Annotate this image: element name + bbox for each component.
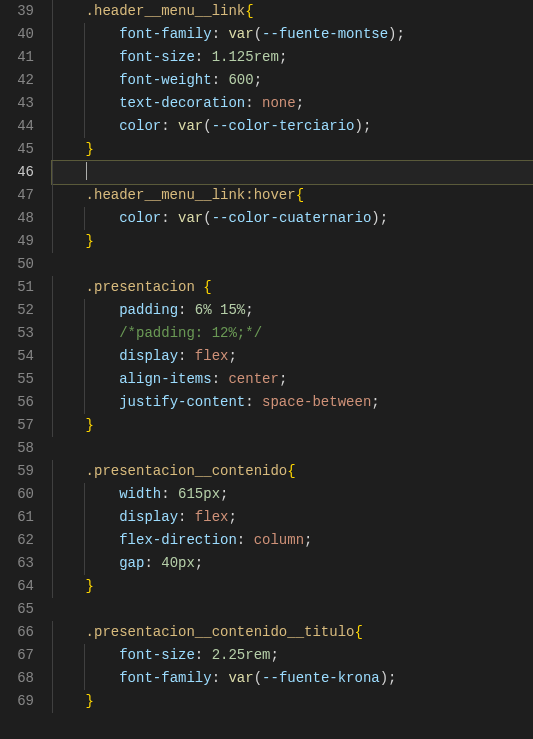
token-punc xyxy=(212,302,220,318)
token-prop: display xyxy=(119,348,178,364)
indent-whitespace xyxy=(52,693,86,709)
line-number: 43 xyxy=(10,92,34,115)
indent-guide xyxy=(84,115,85,138)
line-number: 51 xyxy=(10,276,34,299)
code-line[interactable]: .presentacion__contenido{ xyxy=(52,460,533,483)
indent-guide xyxy=(52,575,53,598)
token-punc: ; xyxy=(397,26,405,42)
code-line[interactable]: font-size: 1.125rem; xyxy=(52,46,533,69)
token-punc: : xyxy=(212,371,229,387)
code-line[interactable] xyxy=(52,437,533,460)
code-line[interactable]: } xyxy=(52,414,533,437)
token-punc: ; xyxy=(279,371,287,387)
token-prop: gap xyxy=(119,555,144,571)
indent-guide xyxy=(52,161,53,184)
indent-guide xyxy=(52,23,53,46)
code-line[interactable]: display: flex; xyxy=(52,506,533,529)
indent-guide xyxy=(84,69,85,92)
line-number: 58 xyxy=(10,437,34,460)
line-number: 52 xyxy=(10,299,34,322)
line-number: 41 xyxy=(10,46,34,69)
line-number: 66 xyxy=(10,621,34,644)
line-number: 60 xyxy=(10,483,34,506)
line-number: 40 xyxy=(10,23,34,46)
token-kw: column xyxy=(254,532,304,548)
code-line[interactable]: width: 615px; xyxy=(52,483,533,506)
code-line[interactable] xyxy=(52,253,533,276)
code-line[interactable]: flex-direction: column; xyxy=(52,529,533,552)
code-line[interactable]: } xyxy=(52,138,533,161)
token-punc: : xyxy=(212,670,229,686)
token-brace: } xyxy=(86,417,94,433)
indent-guide xyxy=(52,345,53,368)
code-line[interactable]: font-weight: 600; xyxy=(52,69,533,92)
code-line[interactable]: color: var(--color-terciario); xyxy=(52,115,533,138)
token-brace: } xyxy=(86,233,94,249)
code-line[interactable]: align-items: center; xyxy=(52,368,533,391)
indent-guide xyxy=(52,184,53,207)
line-number: 56 xyxy=(10,391,34,414)
token-brace: { xyxy=(296,187,304,203)
code-editor[interactable]: 3940414243444546474849505152535455565758… xyxy=(0,0,533,739)
line-number: 63 xyxy=(10,552,34,575)
line-number: 64 xyxy=(10,575,34,598)
code-line[interactable]: gap: 40px; xyxy=(52,552,533,575)
token-punc: : xyxy=(178,348,195,364)
code-line[interactable]: font-family: var(--fuente-montse); xyxy=(52,23,533,46)
indent-guide xyxy=(52,276,53,299)
indent-whitespace xyxy=(52,3,86,19)
code-line[interactable]: .header__menu__link{ xyxy=(52,0,533,23)
token-prop: display xyxy=(119,509,178,525)
indent-guide xyxy=(52,667,53,690)
code-line[interactable]: .presentacion__contenido__titulo{ xyxy=(52,621,533,644)
code-line[interactable]: } xyxy=(52,575,533,598)
code-line[interactable]: } xyxy=(52,230,533,253)
indent-guide xyxy=(84,483,85,506)
code-line[interactable]: text-decoration: none; xyxy=(52,92,533,115)
indent-whitespace xyxy=(52,72,119,88)
line-number: 65 xyxy=(10,598,34,621)
line-number: 49 xyxy=(10,230,34,253)
code-line[interactable]: justify-content: space-between; xyxy=(52,391,533,414)
token-kw: space-between xyxy=(262,394,371,410)
token-punc: ( xyxy=(203,118,211,134)
token-prop: font-weight xyxy=(119,72,211,88)
token-num: 40px xyxy=(161,555,195,571)
code-line[interactable]: font-family: var(--fuente-krona); xyxy=(52,667,533,690)
indent-guide xyxy=(84,506,85,529)
token-punc: ; xyxy=(279,49,287,65)
code-line[interactable]: display: flex; xyxy=(52,345,533,368)
indent-guide xyxy=(84,23,85,46)
line-number: 57 xyxy=(10,414,34,437)
indent-guide xyxy=(52,414,53,437)
indent-whitespace xyxy=(52,463,86,479)
indent-guide xyxy=(52,690,53,713)
indent-whitespace xyxy=(52,233,86,249)
indent-guide xyxy=(52,644,53,667)
code-line[interactable]: font-size: 2.25rem; xyxy=(52,644,533,667)
indent-guide xyxy=(84,391,85,414)
indent-whitespace xyxy=(52,555,119,571)
indent-whitespace xyxy=(52,95,119,111)
token-varref: --color-cuaternario xyxy=(212,210,372,226)
line-number: 45 xyxy=(10,138,34,161)
line-number: 62 xyxy=(10,529,34,552)
token-brace: { xyxy=(203,279,211,295)
indent-whitespace xyxy=(52,141,86,157)
code-line[interactable] xyxy=(52,161,533,184)
code-line[interactable]: padding: 6% 15%; xyxy=(52,299,533,322)
code-area[interactable]: .header__menu__link{ font-family: var(--… xyxy=(52,0,533,739)
token-sel: .presentacion xyxy=(86,279,204,295)
indent-guide xyxy=(52,391,53,414)
token-prop: font-size xyxy=(119,49,195,65)
line-number: 46 xyxy=(10,161,34,184)
code-line[interactable]: color: var(--color-cuaternario); xyxy=(52,207,533,230)
line-number: 48 xyxy=(10,207,34,230)
code-line[interactable]: .presentacion { xyxy=(52,276,533,299)
indent-whitespace xyxy=(52,49,119,65)
code-line[interactable]: } xyxy=(52,690,533,713)
code-line[interactable] xyxy=(52,598,533,621)
code-line[interactable]: .header__menu__link:hover{ xyxy=(52,184,533,207)
code-line[interactable]: /*padding: 12%;*/ xyxy=(52,322,533,345)
indent-whitespace xyxy=(52,670,119,686)
